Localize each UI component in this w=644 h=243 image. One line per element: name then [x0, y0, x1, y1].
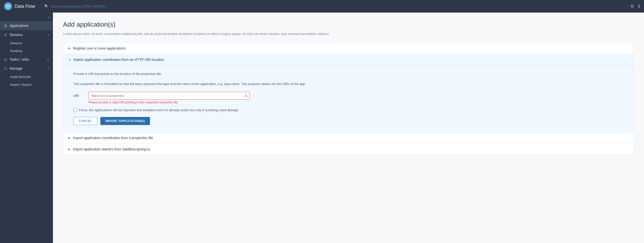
accordion-import-starters-label: Import application starters from dataflo…	[73, 147, 151, 151]
page-title: Add application(s)	[63, 21, 634, 28]
sidebar-runtime-sub-label: Runtime	[10, 49, 22, 53]
tasks-chevron-right-icon: ▸	[48, 58, 49, 61]
button-row: CANCEL IMPORT APPLICATION(S)	[73, 117, 624, 125]
accordion-import-starters-header[interactable]: ▶ Import application starters from dataf…	[63, 144, 634, 155]
accordion-import-file-chevron-right-icon: ▶	[68, 136, 70, 140]
uri-field-row: URI ⚠ Please provide a valid URI pointin…	[73, 92, 624, 104]
sidebar-item-tasks-jobs[interactable]: ◎ Tasks / Jobs ▸	[0, 55, 53, 64]
applications-icon: ⊞	[4, 24, 7, 28]
info-icon[interactable]: ℹ	[638, 4, 640, 9]
sidebar-item-streams-label: Streams	[10, 33, 45, 37]
app-logo[interactable]: Data Flow	[4, 2, 35, 10]
sidebar-item-streams[interactable]: ≋ Streams ▾	[0, 30, 53, 39]
sidebar-import-export-label: Import / Export	[10, 83, 32, 87]
topbar: Data Flow 🔍 Search for keywords (CTRL+SP…	[0, 0, 644, 13]
page-description: Lorem ipsum dolor sit amet, consectetur …	[63, 31, 634, 36]
accordion-import-uri-label: Import application coordinates from an H…	[74, 58, 164, 62]
streams-chevron-down-icon: ▾	[48, 33, 49, 36]
accordion-import-file-header[interactable]: ▶ Import application coordinates from a …	[63, 132, 634, 143]
sidebar-item-manage-label: Manage	[10, 66, 45, 70]
cancel-button[interactable]: CANCEL	[73, 117, 97, 125]
sidebar-item-manage[interactable]: ⊙ Manage ▾	[0, 64, 53, 73]
settings-icon[interactable]: ⚙	[630, 4, 634, 9]
accordion-import-uri-header[interactable]: ▼ Import application coordinates from an…	[63, 54, 634, 65]
sidebar-streams-sub-label: Streams	[10, 41, 22, 45]
sidebar-item-streams-sub[interactable]: Streams	[0, 39, 53, 47]
uri-error-message: Please provide a valid URI pointing to t…	[88, 101, 250, 104]
sidebar-item-runtime-sub[interactable]: Runtime	[0, 47, 53, 55]
uri-label: URI	[73, 92, 83, 98]
sidebar: « ⊞ Applications ≋ Streams ▾ Streams Run…	[0, 13, 53, 243]
uri-input[interactable]	[88, 92, 250, 100]
manage-icon: ⊙	[4, 66, 7, 70]
topbar-search-area[interactable]: 🔍 Search for keywords (CTRL+SPACE)...	[44, 4, 630, 8]
accordion-import-file-label: Import application coordinates from a pr…	[73, 136, 153, 140]
accordion-import-uri-chevron-down-icon: ▼	[68, 58, 71, 61]
sidebar-item-audit-records[interactable]: Audit Records	[0, 73, 53, 81]
force-import-checkbox[interactable]	[73, 108, 77, 112]
sidebar-item-applications-label: Applications	[10, 24, 49, 28]
accordion-import-uri-body: Provide a URI that points to the locatio…	[63, 65, 634, 132]
topbar-divider	[42, 3, 42, 10]
uri-input-wrapper: ⚠ Please provide a valid URI pointing to…	[88, 92, 250, 104]
sidebar-item-tasks-jobs-label: Tasks / Jobs	[10, 57, 45, 61]
accordion-register-header[interactable]: ▶ Register one or more applications	[63, 43, 634, 54]
sidebar-item-applications[interactable]: ⊞ Applications	[0, 21, 53, 30]
main-content: Add application(s) Lorem ipsum dolor sit…	[53, 13, 644, 243]
streams-icon: ≋	[4, 33, 7, 37]
accordion-import-file: ▶ Import application coordinates from a …	[63, 132, 634, 144]
accordion-body-desc-2: This properties file is formatted so tha…	[73, 82, 624, 87]
search-placeholder-text: Search for keywords (CTRL+SPACE)...	[51, 5, 108, 8]
topbar-right: ⚙ ℹ	[630, 4, 640, 9]
import-applications-button[interactable]: IMPORT APPLICATION(S)	[100, 117, 150, 125]
sidebar-item-import-export[interactable]: Import / Export	[0, 81, 53, 89]
uri-input-row: ⚠	[88, 92, 250, 100]
accordion-register-label: Register one or more applications	[73, 46, 126, 50]
tasks-jobs-icon: ◎	[4, 57, 7, 61]
accordion-import-starters-chevron-right-icon: ▶	[68, 148, 70, 151]
accordion-register: ▶ Register one or more applications	[63, 43, 634, 54]
sidebar-audit-records-label: Audit Records	[10, 75, 31, 79]
layout: « ⊞ Applications ≋ Streams ▾ Streams Run…	[0, 13, 644, 243]
accordion-body-desc-1: Provide a URI that points to the locatio…	[73, 71, 624, 77]
uri-error-icon: ⚠	[244, 93, 248, 98]
manage-chevron-down-icon: ▾	[48, 67, 49, 70]
accordion-register-chevron-right-icon: ▶	[68, 47, 70, 50]
accordion-import-starters: ▶ Import application starters from dataf…	[63, 144, 634, 155]
search-icon: 🔍	[44, 4, 49, 8]
sidebar-collapse-btn[interactable]: «	[0, 15, 53, 21]
logo-icon	[4, 2, 12, 10]
force-import-label: Force, the applications will be imported…	[79, 108, 239, 112]
accordion-import-uri: ▼ Import application coordinates from an…	[63, 54, 634, 133]
app-name: Data Flow	[15, 4, 35, 9]
force-import-checkbox-row: Force, the applications will be imported…	[73, 108, 624, 112]
